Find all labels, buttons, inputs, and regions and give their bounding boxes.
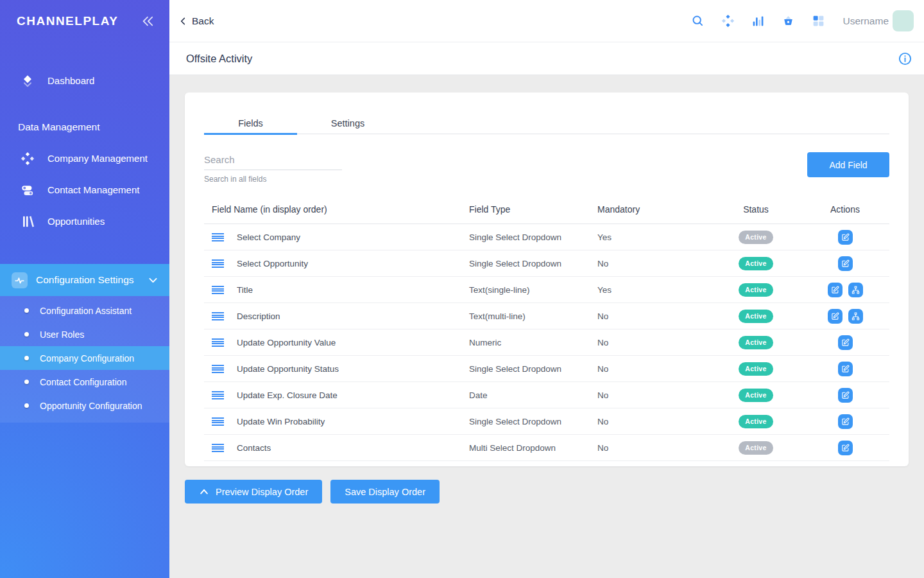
actions-cell (801, 388, 889, 403)
sidebar-item-label: Opportunities (47, 216, 105, 227)
field-hierarchy-button[interactable] (848, 283, 863, 297)
sidebar-item-label: Configuration Settings (36, 274, 134, 286)
column-header-status: Status (711, 204, 801, 215)
field-type-cell: Single Select Dropdown (469, 259, 597, 268)
back-button[interactable]: Back (178, 15, 214, 27)
column-header-actions: Actions (801, 204, 889, 215)
bar-chart-icon[interactable] (751, 14, 765, 28)
sidebar-subitem-contact-configuration[interactable]: Contact Configuration (0, 370, 169, 394)
search-icon[interactable] (691, 14, 705, 28)
pulse-icon (12, 272, 28, 288)
actions-cell (801, 335, 889, 350)
status-badge: Active (739, 362, 773, 376)
search-input[interactable] (204, 152, 342, 170)
field-hierarchy-button[interactable] (848, 309, 863, 324)
bullet-icon (24, 308, 29, 313)
status-badge: Active (739, 231, 773, 244)
actions-cell (801, 309, 889, 324)
drag-handle-icon[interactable] (212, 233, 224, 241)
edit-field-button[interactable] (828, 283, 843, 297)
add-field-button[interactable]: Add Field (807, 152, 889, 177)
bullet-icon (24, 332, 29, 337)
field-name-text: Update Opportunity Status (237, 364, 339, 374)
edit-field-button[interactable] (838, 256, 853, 271)
edit-field-button[interactable] (838, 441, 853, 455)
status-badge: Active (739, 415, 773, 428)
preview-display-order-label: Preview Display Order (216, 487, 308, 497)
page-title: Offsite Activity (186, 53, 252, 65)
drag-handle-icon[interactable] (212, 338, 224, 347)
drag-handle-icon[interactable] (212, 444, 224, 452)
table-row: Update Opportunity StatusSingle Select D… (204, 356, 889, 382)
sidebar-subitem-company-configuration[interactable]: Company Configuration (0, 346, 169, 370)
status-cell: Active (711, 441, 801, 455)
drag-handle-icon[interactable] (212, 286, 224, 294)
table-row: Select CompanySingle Select DropdownYesA… (204, 224, 889, 250)
sidebar-item-contact-management[interactable]: Contact Management (0, 174, 169, 206)
field-type-cell: Single Select Dropdown (469, 417, 597, 426)
drag-handle-icon[interactable] (212, 312, 224, 320)
status-badge: Active (739, 389, 773, 402)
drag-handle-icon[interactable] (212, 417, 224, 426)
drag-handle-icon[interactable] (212, 365, 224, 373)
company-management-icon (21, 152, 35, 166)
tab-settings[interactable]: Settings (297, 113, 398, 134)
drag-handle-icon[interactable] (212, 391, 224, 399)
save-display-order-button[interactable]: Save Display Order (330, 480, 440, 504)
drag-handle-icon[interactable] (212, 259, 224, 268)
edit-icon (841, 233, 850, 241)
sidebar-item-dashboard[interactable]: Dashboard (0, 65, 169, 96)
field-name-text: Select Opportunity (237, 259, 308, 268)
info-icon (898, 51, 912, 66)
avatar[interactable] (893, 10, 914, 31)
status-badge: Active (739, 441, 773, 455)
sidebar: CHANNELPLAY Dashboard Data Management (0, 0, 169, 578)
table-header-row: Field Name (in display order) Field Type… (204, 199, 889, 224)
dashboard-icon (21, 74, 35, 88)
sidebar-collapse-button[interactable] (141, 15, 154, 28)
footer-actions: Preview Display Order Save Display Order (185, 480, 909, 504)
status-cell: Active (711, 415, 801, 428)
edit-field-button[interactable] (838, 414, 853, 429)
field-name-cell: Select Company (204, 232, 469, 242)
sidebar-subitem-configuration-assistant[interactable]: Configuration Assistant (0, 299, 169, 322)
actions-cell (801, 414, 889, 429)
sidebar-subitem-opportunity-configuration[interactable]: Opportunity Configuration (0, 394, 169, 417)
opportunities-icon (21, 215, 35, 229)
status-badge: Active (739, 336, 773, 349)
mandatory-cell: No (597, 390, 711, 400)
sidebar-subitem-user-roles[interactable]: User Roles (0, 322, 169, 346)
status-cell: Active (711, 362, 801, 376)
basket-icon[interactable] (782, 14, 795, 28)
fields-table: Field Name (in display order) Field Type… (204, 199, 889, 461)
edit-icon (841, 259, 850, 268)
back-chevron-icon (178, 16, 189, 26)
mandatory-cell: No (597, 259, 711, 268)
sidebar-item-configuration-settings[interactable]: Configuration Settings (0, 264, 169, 296)
info-button[interactable] (898, 51, 912, 66)
bullet-icon (24, 380, 29, 384)
page-header: Offsite Activity (169, 42, 924, 75)
field-name-text: Description (237, 311, 280, 321)
table-body: Select CompanySingle Select DropdownYesA… (204, 224, 889, 461)
status-cell: Active (711, 389, 801, 402)
tab-fields[interactable]: Fields (204, 113, 297, 134)
status-cell: Active (711, 283, 801, 297)
contact-management-icon (21, 183, 35, 197)
edit-field-button[interactable] (838, 388, 853, 403)
sidebar-item-opportunities[interactable]: Opportunities (0, 206, 169, 237)
sidebar-item-company-management[interactable]: Company Management (0, 143, 169, 174)
table-row: ContactsMulti Select DropdownNoActive (204, 435, 889, 461)
edit-field-button[interactable] (838, 230, 853, 245)
tab-bar: Fields Settings (204, 92, 889, 134)
edit-field-button[interactable] (838, 335, 853, 350)
field-name-cell: Update Win Probability (204, 417, 469, 426)
grid-icon[interactable] (812, 14, 825, 28)
field-name-text: Update Win Probability (237, 417, 325, 426)
brand-logo: CHANNELPLAY (17, 14, 118, 28)
edit-field-button[interactable] (838, 362, 853, 376)
preview-display-order-button[interactable]: Preview Display Order (185, 480, 322, 504)
diamonds-icon[interactable] (721, 14, 735, 28)
edit-field-button[interactable] (828, 309, 843, 324)
field-type-cell: Single Select Dropdown (469, 364, 597, 374)
